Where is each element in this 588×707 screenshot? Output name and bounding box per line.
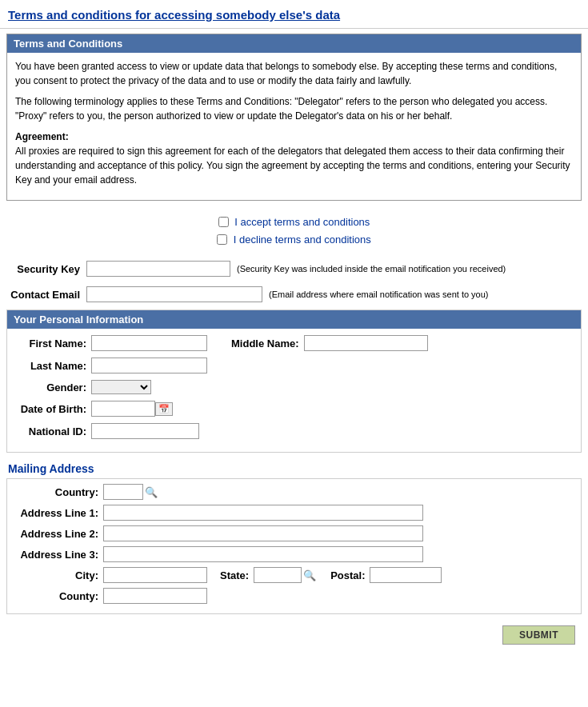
name-row: First Name: Middle Name:	[15, 335, 573, 351]
dob-row: Date of Birth: 📅	[15, 401, 573, 417]
city-input[interactable]	[103, 567, 207, 583]
state-group: State: 🔍	[220, 567, 318, 583]
gender-select[interactable]: Male Female Unknown	[91, 380, 151, 394]
postal-input[interactable]	[370, 567, 442, 583]
contact-email-row: Contact Email (Email address where email…	[0, 282, 588, 306]
address3-label: Address Line 3:	[15, 549, 103, 561]
dob-input[interactable]	[91, 401, 155, 417]
postal-group: Postal:	[330, 567, 442, 583]
terms-content: You have been granted access to view or …	[7, 53, 581, 200]
address2-input[interactable]	[103, 525, 423, 541]
decline-row: I decline terms and conditions	[0, 233, 588, 246]
national-id-label: National ID:	[15, 425, 91, 437]
city-state-postal-row: City: State: 🔍 Postal:	[15, 567, 573, 583]
contact-email-label: Contact Email	[6, 289, 86, 301]
submit-button[interactable]: Submit	[502, 625, 575, 645]
security-key-row: Security Key (Security Key was included …	[0, 257, 588, 281]
calendar-button[interactable]: 📅	[155, 402, 173, 416]
last-name-input[interactable]	[91, 357, 207, 373]
submit-area: Submit	[0, 617, 588, 654]
accept-row: I accept terms and conditions	[0, 215, 588, 228]
security-key-label: Security Key	[6, 263, 86, 275]
county-label: County:	[15, 590, 103, 602]
decline-label[interactable]: I decline terms and conditions	[234, 234, 371, 246]
address3-input[interactable]	[103, 546, 423, 562]
address1-label: Address Line 1:	[15, 507, 103, 519]
dob-label: Date of Birth:	[15, 403, 91, 415]
terms-agreement-header: Agreement:	[15, 131, 69, 142]
national-id-row: National ID:	[15, 423, 573, 439]
terms-section-header: Terms and Conditions	[7, 34, 581, 53]
national-id-input[interactable]	[91, 423, 199, 439]
page-title: Terms and conditions for accessing someb…	[0, 0, 588, 29]
first-name-label: First Name:	[15, 338, 91, 350]
address2-label: Address Line 2:	[15, 528, 103, 540]
address2-row: Address Line 2:	[15, 525, 573, 541]
address1-input[interactable]	[103, 505, 423, 521]
terms-paragraph2: The following terminology applies to the…	[15, 94, 573, 123]
decline-checkbox[interactable]	[217, 234, 227, 245]
contact-email-input[interactable]	[86, 286, 262, 302]
county-row: County:	[15, 588, 573, 604]
personal-section-header: Your Personal Information	[7, 310, 581, 329]
mailing-title: Mailing Address	[0, 456, 588, 478]
country-row: Country: 🔍	[15, 484, 573, 500]
country-search-button[interactable]: 🔍	[143, 486, 159, 498]
terms-paragraph1: You have been granted access to view or …	[15, 59, 573, 88]
terms-paragraph3: Agreement: All proxies are required to s…	[15, 130, 573, 187]
checkbox-area: I accept terms and conditions I decline …	[0, 206, 588, 257]
personal-content: First Name: Middle Name: Last Name: Gend…	[7, 329, 581, 452]
gender-label: Gender:	[15, 381, 91, 393]
state-search-button[interactable]: 🔍	[302, 569, 318, 581]
first-name-input[interactable]	[91, 335, 207, 351]
postal-label: Postal:	[330, 569, 370, 581]
middle-name-group: Middle Name:	[231, 335, 428, 351]
last-name-label: Last Name:	[15, 360, 91, 372]
accept-checkbox[interactable]	[218, 217, 229, 227]
state-input[interactable]	[254, 567, 302, 583]
county-input[interactable]	[103, 588, 207, 604]
security-key-note: (Security Key was included inside the em…	[237, 264, 506, 274]
mailing-section: Country: 🔍 Address Line 1: Address Line …	[6, 478, 582, 614]
mailing-title-area: Mailing Address	[0, 456, 588, 478]
accept-label[interactable]: I accept terms and conditions	[234, 216, 370, 228]
middle-name-input[interactable]	[304, 335, 428, 351]
security-key-input[interactable]	[86, 261, 230, 277]
address3-row: Address Line 3:	[15, 546, 573, 562]
country-label: Country:	[15, 486, 103, 498]
middle-name-label: Middle Name:	[231, 338, 304, 350]
mailing-content: Country: 🔍 Address Line 1: Address Line …	[7, 479, 581, 613]
terms-section: Terms and Conditions You have been grant…	[6, 34, 582, 201]
address1-row: Address Line 1:	[15, 505, 573, 521]
gender-row: Gender: Male Female Unknown	[15, 380, 573, 394]
city-label: City:	[15, 569, 103, 581]
personal-section: Your Personal Information First Name: Mi…	[6, 310, 582, 453]
state-label: State:	[220, 569, 254, 581]
contact-email-note: (Email address where email notification …	[269, 290, 489, 299]
last-name-row: Last Name:	[15, 357, 573, 373]
country-input[interactable]	[103, 484, 143, 500]
